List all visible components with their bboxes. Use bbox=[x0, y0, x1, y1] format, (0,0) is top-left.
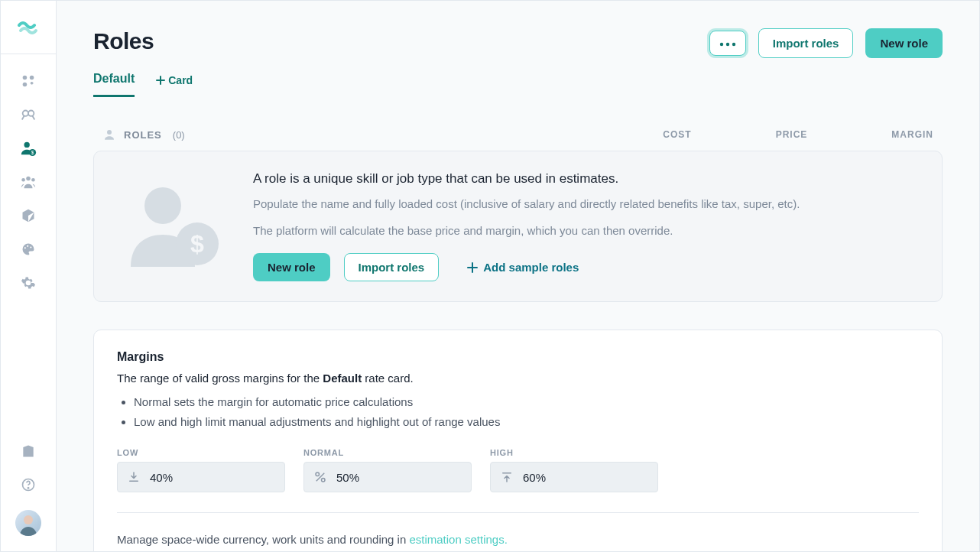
list-header: ROLES (0) COST PRICE MARGIN bbox=[93, 128, 943, 141]
margins-bullet2: Low and high limit manual adjustments an… bbox=[134, 412, 919, 432]
svg-point-0 bbox=[23, 76, 28, 80]
svg-point-16 bbox=[24, 515, 33, 524]
svg-point-24 bbox=[316, 472, 320, 476]
sidebar-item-dashboard[interactable] bbox=[20, 73, 37, 89]
high-input[interactable] bbox=[521, 470, 648, 485]
svg-point-20 bbox=[107, 130, 112, 135]
margin-fields: LOW NORMAL HIGH bbox=[117, 448, 919, 492]
import-roles-button[interactable]: Import roles bbox=[758, 28, 854, 58]
svg-point-12 bbox=[27, 245, 28, 247]
svg-point-17 bbox=[720, 43, 723, 46]
main-content: Roles Import roles New role Default Card… bbox=[57, 1, 979, 551]
arrow-down-bar-icon bbox=[127, 470, 141, 484]
dots-icon bbox=[719, 42, 736, 47]
user-avatar[interactable] bbox=[15, 510, 41, 536]
margins-panel: Margins The range of valid gross margins… bbox=[93, 330, 943, 551]
sidebar-bottom bbox=[1, 427, 56, 551]
empty-new-role-button[interactable]: New role bbox=[253, 253, 330, 281]
svg-point-8 bbox=[26, 177, 31, 181]
svg-point-21 bbox=[144, 187, 181, 224]
normal-input[interactable] bbox=[335, 470, 462, 485]
low-input[interactable] bbox=[148, 470, 275, 485]
margins-bullet1: Normal sets the margin for automatic pri… bbox=[134, 392, 919, 412]
tab-default[interactable]: Default bbox=[93, 69, 135, 97]
svg-point-5 bbox=[24, 142, 30, 148]
empty-state-card: $ A role is a unique skill or job type t… bbox=[93, 151, 943, 302]
add-sample-roles-button[interactable]: Add sample roles bbox=[453, 254, 592, 281]
svg-point-11 bbox=[24, 247, 26, 248]
list-title: ROLES bbox=[124, 129, 162, 141]
sidebar-nav: $ bbox=[1, 54, 56, 427]
page-header: Roles Import roles New role bbox=[93, 28, 943, 58]
empty-line2: The platform will calculate the base pri… bbox=[253, 222, 800, 240]
margins-bullets: Normal sets the margin for automatic pri… bbox=[117, 392, 919, 431]
sidebar-item-team[interactable] bbox=[20, 174, 37, 190]
high-field: HIGH bbox=[490, 448, 658, 492]
empty-actions: New role Import roles Add sample roles bbox=[253, 253, 800, 281]
svg-point-1 bbox=[30, 76, 34, 80]
sidebar-item-watch[interactable] bbox=[20, 106, 37, 123]
arrow-up-bar-icon bbox=[500, 470, 514, 484]
svg-point-19 bbox=[732, 43, 735, 46]
empty-import-button[interactable]: Import roles bbox=[344, 253, 440, 281]
svg-text:$: $ bbox=[31, 150, 34, 155]
svg-point-15 bbox=[28, 488, 28, 489]
normal-field: NORMAL bbox=[303, 448, 472, 492]
svg-point-10 bbox=[31, 178, 35, 182]
normal-label: NORMAL bbox=[303, 448, 472, 457]
logo[interactable] bbox=[1, 1, 56, 54]
empty-headline: A role is a unique skill or job type tha… bbox=[253, 171, 800, 187]
add-card-label: Card bbox=[168, 74, 193, 86]
sidebar-item-settings[interactable] bbox=[20, 274, 37, 291]
more-menu-button[interactable] bbox=[709, 31, 746, 56]
svg-point-3 bbox=[23, 111, 28, 116]
svg-point-9 bbox=[21, 178, 25, 182]
sidebar: $ bbox=[1, 1, 57, 551]
add-sample-label: Add sample roles bbox=[483, 261, 579, 274]
svg-text:$: $ bbox=[190, 230, 204, 258]
low-label: LOW bbox=[117, 448, 285, 457]
col-margin: MARGIN bbox=[891, 129, 933, 140]
svg-point-25 bbox=[322, 479, 326, 482]
empty-illustration: $ bbox=[117, 171, 232, 271]
new-role-button[interactable]: New role bbox=[865, 28, 943, 58]
margins-title: Margins bbox=[117, 350, 919, 364]
list-count: (0) bbox=[173, 129, 185, 141]
svg-point-2 bbox=[23, 83, 28, 87]
empty-line1: Populate the name and fully loaded cost … bbox=[253, 196, 800, 213]
svg-point-18 bbox=[726, 43, 729, 46]
empty-state-body: A role is a unique skill or job type tha… bbox=[253, 171, 800, 281]
col-price: PRICE bbox=[776, 129, 808, 140]
logo-icon bbox=[18, 20, 39, 35]
header-actions: Import roles New role bbox=[709, 28, 943, 58]
user-icon bbox=[102, 128, 116, 141]
sidebar-item-roles[interactable]: $ bbox=[20, 140, 37, 157]
svg-point-4 bbox=[28, 111, 34, 116]
page-title: Roles bbox=[93, 28, 154, 54]
sidebar-item-building[interactable] bbox=[20, 443, 37, 459]
margins-subtitle: The range of valid gross margins for the… bbox=[117, 372, 919, 385]
column-headers: COST PRICE MARGIN bbox=[663, 129, 933, 140]
low-field: LOW bbox=[117, 448, 285, 492]
sidebar-item-package[interactable] bbox=[20, 207, 37, 224]
margins-footer: Manage space-wide currency, work units a… bbox=[117, 533, 919, 546]
estimation-settings-link[interactable]: estimation settings. bbox=[409, 533, 507, 546]
col-cost: COST bbox=[663, 129, 691, 140]
sidebar-item-help[interactable] bbox=[20, 476, 37, 493]
plus-icon bbox=[466, 261, 479, 274]
percent-icon bbox=[313, 470, 327, 484]
high-label: HIGH bbox=[490, 448, 658, 457]
tabs: Default Card bbox=[93, 69, 943, 97]
add-card-button[interactable]: Card bbox=[156, 69, 193, 97]
sidebar-item-palette[interactable] bbox=[20, 241, 37, 258]
plus-icon bbox=[156, 76, 165, 85]
svg-point-13 bbox=[30, 246, 31, 248]
panel-divider bbox=[117, 512, 919, 513]
